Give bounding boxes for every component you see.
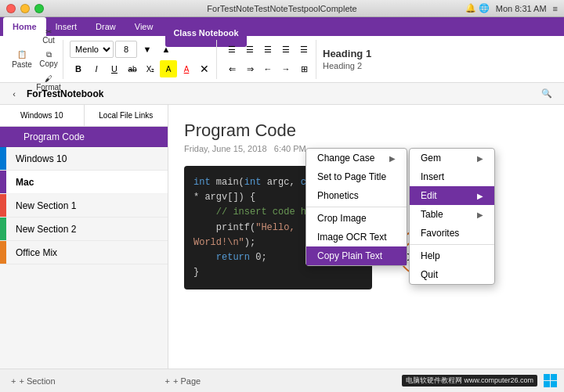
notebook-tabs: Windows 10 Local File Links — [0, 105, 168, 127]
search-row: ‹ ForTestNotebook 🔍 — [0, 83, 564, 105]
sidebar-item-officemix[interactable]: Office Mix — [0, 241, 168, 264]
cut-button[interactable]: ✂ Cut — [38, 25, 60, 47]
sidebar: Windows 10 Local File Links Program Code… — [0, 105, 168, 369]
ribbon-tabs: Home Insert Draw View Class Notebook — [0, 17, 564, 36]
strikethrough-button[interactable]: ab — [124, 60, 141, 77]
indent-left-button[interactable]: ← — [259, 60, 277, 77]
menu-item-change-case[interactable]: Change Case ▶ — [306, 149, 407, 167]
sidebar-tab-windows10[interactable]: Windows 10 — [0, 105, 85, 126]
decrease-indent-button[interactable]: ☰ — [295, 41, 313, 58]
search-button[interactable]: 🔍 — [536, 83, 558, 105]
heading2-label: Heading 2 — [323, 61, 371, 70]
paragraph-group: ☰ ☰ ☰ ☰ ☰ ⇐ ⇒ ← → ⊞ — [220, 40, 316, 79]
bottom-bar: + + Section + + Page 电脑软硬件教程网 www.comput… — [0, 369, 564, 392]
submenu-arrow-change-case: ▶ — [389, 154, 396, 163]
font-group: Menlo ▼ ▲ B I U ab X₂ A A ✕ — [67, 40, 217, 79]
titlebar-right: 🔔 🌐 Mon 8:31 AM ≡ — [465, 3, 558, 13]
sidebar-item-windows10[interactable]: Windows 10 — [0, 147, 168, 171]
heading1-label: Heading 1 — [323, 48, 371, 59]
copy-button[interactable]: ⧉ Copy — [38, 49, 60, 70]
section-color-windows10 — [0, 147, 6, 170]
submenu-item-edit[interactable]: Edit ▶ — [410, 186, 494, 205]
submenu-item-favorites[interactable]: Favorites — [410, 224, 494, 243]
ribbon-bar: 📋 Paste ✂ Cut ⧉ Copy 🖌 Format Menlo ▼ ▲ … — [0, 36, 564, 83]
menu-item-copy-plain-text[interactable]: Copy Plain Text — [306, 246, 407, 265]
bullet-list-button[interactable]: ☰ — [223, 41, 240, 58]
highlight-button[interactable]: A — [160, 60, 177, 77]
page-title: Program Code — [184, 120, 548, 141]
battery-icon: ≡ — [553, 4, 558, 13]
back-button[interactable]: ‹ — [6, 83, 22, 105]
section-label-windows10: Windows 10 — [6, 153, 67, 164]
section-label-officemix: Office Mix — [6, 247, 57, 258]
heading-group: Heading 1 Heading 2 — [320, 40, 374, 79]
submenu-arrow-table: ▶ — [477, 210, 483, 219]
increase-indent-button[interactable]: ☰ — [277, 41, 295, 58]
add-section-button[interactable]: + + Section — [6, 375, 60, 387]
section-list: Windows 10 Mac New Section 1 New Section… — [0, 147, 168, 369]
insert-table-button[interactable]: ⊞ — [295, 60, 313, 77]
font-size-input[interactable] — [115, 41, 137, 58]
section-color-officemix — [0, 241, 6, 264]
notebook-name: ForTestNotebook — [27, 88, 103, 99]
menu-separator-1 — [306, 207, 407, 207]
section-label-newsection2: New Section 2 — [6, 224, 76, 235]
minimize-button[interactable] — [20, 4, 30, 13]
menu-item-set-page-title[interactable]: Set to Page Title — [306, 167, 407, 186]
menu-item-phonetics[interactable]: Phonetics — [306, 186, 407, 205]
submenu-arrow-gem: ▶ — [477, 154, 483, 163]
window-controls[interactable] — [6, 4, 44, 13]
menu-item-ocr-text[interactable]: Image OCR Text — [306, 228, 407, 246]
section-color-mac — [0, 171, 6, 193]
close-button[interactable] — [6, 4, 16, 13]
window-title: ForTestNoteTestNoteTestpoolComplete — [207, 4, 356, 13]
indent-right-button[interactable]: → — [277, 60, 295, 77]
menu-item-crop-image[interactable]: Crop Image — [306, 209, 407, 228]
align-left-button[interactable]: ⇐ — [223, 60, 240, 77]
bottom-right: 电脑软硬件教程网 www.computer26.com — [402, 374, 558, 388]
watermark-text: 电脑软硬件教程网 www.computer26.com — [402, 375, 537, 387]
bold-button[interactable]: B — [70, 60, 87, 77]
code-line-5: } — [193, 265, 363, 280]
font-family-select[interactable]: Menlo — [70, 41, 114, 58]
menu-bar-icons: 🔔 🌐 — [465, 3, 490, 13]
submenu-item-gem[interactable]: Gem ▶ — [410, 149, 494, 167]
submenu-item-insert[interactable]: Insert — [410, 167, 494, 186]
paste-button[interactable]: 📋 Paste — [8, 40, 36, 79]
number-list-button[interactable]: ☰ — [241, 41, 258, 58]
font-color-button[interactable]: A — [178, 60, 195, 77]
section-label-newsection1: New Section 1 — [6, 200, 76, 211]
subscript-button[interactable]: X₂ — [142, 60, 159, 77]
underline-button[interactable]: U — [106, 60, 123, 77]
section-label-mac: Mac — [6, 177, 34, 188]
tab-draw[interactable]: Draw — [86, 17, 125, 36]
paste-icon: 📋 — [17, 50, 27, 59]
submenu-item-quit[interactable]: Quit — [410, 265, 494, 284]
italic-button[interactable]: I — [88, 60, 105, 77]
sidebar-tab-localfiles[interactable]: Local File Links — [85, 105, 168, 126]
increase-font-button[interactable]: ▲ — [157, 41, 175, 58]
format-row: B I U ab X₂ A A ✕ — [70, 60, 213, 77]
section-color-newsection2 — [0, 218, 6, 240]
clipboard-group: 📋 Paste ✂ Cut ⧉ Copy 🖌 Format — [5, 40, 63, 79]
clear-format-button[interactable]: ✕ — [196, 60, 213, 77]
submenu-item-help[interactable]: Help — [410, 246, 494, 265]
maximize-button[interactable] — [34, 4, 44, 13]
decrease-font-button[interactable]: ▼ — [139, 41, 156, 58]
clock: Mon 8:31 AM — [496, 4, 547, 13]
submenu-arrow-edit: ▶ — [477, 192, 483, 200]
main-area: Windows 10 Local File Links Program Code… — [0, 105, 564, 369]
sidebar-item-newsection2[interactable]: New Section 2 — [0, 218, 168, 241]
titlebar: ForTestNoteTestNoteTestpoolComplete 🔔 🌐 … — [0, 0, 564, 17]
section-color-newsection1 — [0, 194, 6, 217]
submenu-separator — [410, 244, 494, 245]
add-page-button[interactable]: + + Page — [161, 375, 206, 387]
tab-view[interactable]: View — [125, 17, 163, 36]
align-right-button[interactable]: ⇒ — [241, 60, 258, 77]
checklist-button[interactable]: ☰ — [259, 41, 277, 58]
section-item-mac-page[interactable]: Program Code — [0, 127, 168, 147]
submenu-item-table[interactable]: Table ▶ — [410, 205, 494, 224]
sidebar-item-mac[interactable]: Mac — [0, 171, 168, 194]
sidebar-item-newsection1[interactable]: New Section 1 — [0, 194, 168, 218]
add-page-icon: + — [165, 376, 170, 386]
